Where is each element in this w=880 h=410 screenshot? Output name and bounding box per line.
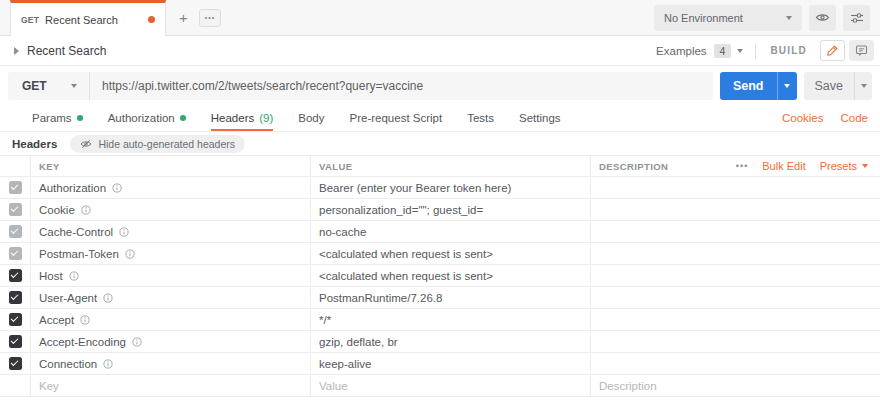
description-cell[interactable] — [590, 331, 880, 352]
tab-authorization[interactable]: Authorization — [108, 105, 186, 131]
value-cell[interactable]: gzip, deflate, br — [310, 331, 590, 352]
code-link[interactable]: Code — [841, 112, 869, 124]
more-options-button[interactable]: ••• — [736, 161, 748, 171]
select-all-column — [0, 156, 30, 176]
description-cell[interactable] — [590, 199, 880, 220]
new-tab-button[interactable]: + — [179, 10, 188, 25]
header-row: Cookiepersonalization_id=""; guest_id= — [0, 199, 880, 221]
value-cell[interactable]: personalization_id=""; guest_id= — [310, 199, 590, 220]
key-cell[interactable]: Accept — [30, 309, 310, 330]
value-cell[interactable]: */* — [310, 309, 590, 330]
hide-auto-generated-headers-toggle[interactable]: Hide auto-generated headers — [70, 135, 245, 153]
edit-mode-button[interactable] — [820, 40, 845, 61]
key-cell[interactable]: Postman-Token — [30, 243, 310, 264]
environment-quick-look-button[interactable] — [809, 5, 836, 31]
info-icon — [112, 183, 122, 193]
info-icon — [80, 315, 90, 325]
key-text: Cache-Control — [39, 226, 113, 238]
key-content: Connection — [39, 358, 113, 370]
presets-dropdown[interactable]: Presets — [820, 160, 868, 172]
bulk-edit-button[interactable]: Bulk Edit — [762, 160, 805, 172]
value-cell[interactable]: PostmanRuntime/7.26.8 — [310, 287, 590, 308]
key-content: Postman-Token — [39, 248, 135, 260]
examples-label[interactable]: Examples — [656, 45, 707, 57]
save-button[interactable]: Save — [804, 72, 855, 100]
tab-label: Headers — [211, 112, 254, 124]
send-options-button[interactable] — [777, 72, 797, 100]
environment-settings-button[interactable] — [843, 5, 870, 31]
request-tab[interactable]: GET Recent Search — [10, 0, 166, 36]
key-content: Cookie — [39, 204, 91, 216]
key-text: Accept — [39, 314, 74, 326]
checkbox-cell — [0, 265, 30, 286]
key-cell[interactable]: Cache-Control — [30, 221, 310, 242]
checkbox-cell — [0, 331, 30, 352]
value-text: gzip, deflate, br — [319, 336, 398, 348]
key-content: Authorization — [39, 182, 122, 194]
checkbox-cell — [0, 221, 30, 242]
value-cell[interactable]: <calculated when request is sent> — [310, 265, 590, 286]
save-options-button[interactable] — [854, 72, 872, 100]
tab-headers[interactable]: Headers(9) — [211, 105, 274, 131]
send-button[interactable]: Send — [720, 72, 777, 100]
key-text: Connection — [39, 358, 97, 370]
header-checkbox[interactable] — [9, 225, 22, 238]
tab-tests[interactable]: Tests — [467, 105, 494, 131]
key-cell[interactable]: Cookie — [30, 199, 310, 220]
checkbox-cell — [0, 177, 30, 198]
cookies-link[interactable]: Cookies — [782, 112, 824, 124]
description-cell[interactable] — [590, 221, 880, 242]
value-cell[interactable]: Value — [310, 375, 590, 396]
value-cell[interactable]: no-cache — [310, 221, 590, 242]
description-cell[interactable] — [590, 265, 880, 286]
request-meta-row: Recent Search Examples 4 BUILD — [0, 36, 880, 66]
key-column-header: KEY — [30, 156, 310, 176]
tab-params[interactable]: Params — [32, 105, 83, 131]
method-selector[interactable]: GET — [8, 72, 90, 100]
description-cell[interactable] — [590, 309, 880, 330]
description-cell[interactable] — [590, 243, 880, 264]
key-cell[interactable]: Authorization — [30, 177, 310, 198]
tab-settings[interactable]: Settings — [519, 105, 561, 131]
key-cell[interactable]: Key — [30, 375, 310, 396]
value-text: PostmanRuntime/7.26.8 — [319, 292, 442, 304]
header-checkbox[interactable] — [9, 181, 22, 194]
description-cell[interactable] — [590, 177, 880, 198]
header-checkbox[interactable] — [9, 291, 22, 304]
header-checkbox[interactable] — [9, 269, 22, 282]
header-checkbox[interactable] — [9, 357, 22, 370]
environment-selector[interactable]: No Environment — [654, 5, 802, 31]
headers-section-title: Headers — [12, 138, 57, 150]
chevron-down-icon — [784, 84, 790, 88]
url-input[interactable]: https://api.twitter.com/2/tweets/search/… — [90, 72, 713, 100]
request-title-group[interactable]: Recent Search — [14, 44, 106, 58]
headers-table-body: AuthorizationBearer (enter your Bearer t… — [0, 177, 880, 397]
chevron-down-icon[interactable] — [737, 49, 743, 53]
header-checkbox[interactable] — [9, 247, 22, 260]
key-cell[interactable]: User-Agent — [30, 287, 310, 308]
header-checkbox[interactable] — [9, 313, 22, 326]
key-cell[interactable]: Accept-Encoding — [30, 331, 310, 352]
info-icon — [125, 249, 135, 259]
table-header-controls: ••• Bulk Edit Presets — [736, 156, 868, 176]
key-cell[interactable]: Host — [30, 265, 310, 286]
key-cell[interactable]: Connection — [30, 353, 310, 374]
description-cell[interactable] — [590, 287, 880, 308]
value-cell[interactable]: Bearer (enter your Bearer token here) — [310, 177, 590, 198]
more-tabs-button[interactable]: ••• — [199, 9, 221, 27]
description-cell-placeholder: Description — [599, 380, 657, 392]
tab-body[interactable]: Body — [298, 105, 324, 131]
value-cell[interactable]: keep-alive — [310, 353, 590, 374]
header-row: Host<calculated when request is sent> — [0, 265, 880, 287]
method-label: GET — [22, 79, 47, 93]
header-checkbox[interactable] — [9, 335, 22, 348]
description-cell[interactable] — [590, 353, 880, 374]
value-cell[interactable]: <calculated when request is sent> — [310, 243, 590, 264]
header-checkbox[interactable] — [9, 203, 22, 216]
request-title: Recent Search — [27, 44, 106, 58]
tab-pre-request-script[interactable]: Pre-request Script — [350, 105, 443, 131]
checkbox-cell — [0, 375, 30, 396]
value-text: */* — [319, 314, 331, 326]
comments-button[interactable] — [849, 40, 874, 61]
description-cell[interactable]: Description — [590, 375, 880, 396]
